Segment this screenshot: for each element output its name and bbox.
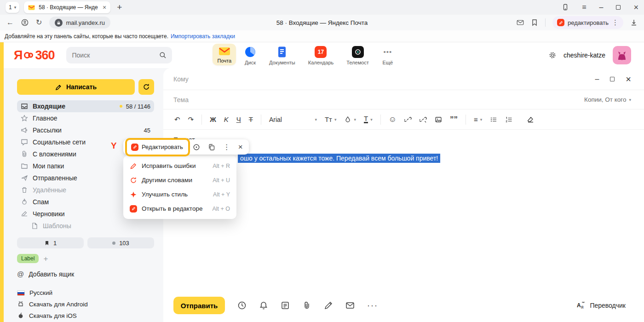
compose-close-icon[interactable]: × — [626, 75, 631, 84]
more-options-icon[interactable]: ··· — [367, 301, 378, 310]
window-maximize-icon[interactable] — [616, 5, 621, 10]
signature-pen-icon[interactable] — [324, 301, 333, 310]
subject-field[interactable]: Тема Копии, От кого ▾ — [163, 90, 644, 109]
font-size-select[interactable]: Tт ▾ — [325, 116, 337, 123]
compose-button[interactable]: Написать — [17, 79, 135, 95]
unread-filter[interactable]: 103 — [87, 237, 154, 248]
search-input[interactable] — [72, 52, 159, 59]
ios-download-link[interactable]: Скачать для iOS — [17, 312, 154, 319]
tab-group-counter[interactable]: 1 ▾ — [6, 2, 19, 13]
bookmark-icon[interactable] — [531, 19, 538, 26]
folder-inbox[interactable]: Входящие 58 / 1146 — [17, 100, 154, 112]
edit-button[interactable]: Редактировать — [129, 142, 185, 153]
menu-item-rephrase[interactable]: Другими словами Alt + U — [123, 173, 236, 187]
send-button[interactable]: Отправить — [173, 297, 225, 314]
to-placeholder: Кому — [173, 75, 189, 83]
folder-templates[interactable]: Шаблоны — [17, 220, 154, 232]
add-mailbox-button[interactable]: @ Добавить ящик — [17, 270, 154, 278]
bookmarked-filter[interactable]: 1 — [17, 237, 84, 248]
selected-text[interactable]: ошо у остальных кажется тоже. Передавай … — [238, 154, 440, 163]
download-icon[interactable] — [630, 19, 638, 26]
kebab-menu-icon[interactable]: ⋮ — [223, 143, 230, 151]
font-family-select[interactable]: Arial ▾ — [269, 116, 317, 123]
image-icon[interactable] — [435, 116, 442, 123]
russian-flag-icon — [17, 290, 25, 296]
bold-button[interactable]: Ж — [210, 116, 216, 123]
address-bar: ← ↻ mail.yandex.ru 58 · Входящие — Яндек… — [0, 15, 644, 30]
refresh-button[interactable] — [138, 79, 154, 95]
reminder-bell-icon[interactable] — [259, 301, 268, 310]
paper-plane-icon — [21, 174, 28, 182]
bullet-list-icon[interactable] — [490, 116, 497, 123]
record-circle-icon[interactable] — [193, 144, 200, 151]
to-field[interactable]: Кому – × — [163, 68, 644, 90]
import-bookmarks-link[interactable]: Импортировать закладки — [171, 33, 235, 40]
quote-icon[interactable]: ”” — [450, 115, 458, 123]
app-telemost[interactable]: Телемост — [342, 44, 374, 67]
window-close-icon[interactable]: × — [633, 3, 638, 12]
menu-item-improve-style[interactable]: Улучшить стиль Alt + Y — [123, 187, 236, 201]
undo-icon[interactable]: ↶ — [174, 116, 180, 123]
link-icon[interactable] — [404, 116, 412, 123]
attach-file-icon[interactable] — [302, 301, 311, 310]
highlight-color-select[interactable]: ▾ — [344, 116, 356, 123]
folder-main[interactable]: Главное — [17, 112, 154, 124]
eraser-icon[interactable] — [527, 116, 534, 123]
kebab-menu-icon[interactable]: ⋮ — [612, 18, 619, 27]
compose-minimize-icon[interactable]: – — [595, 75, 599, 83]
mail-icon[interactable] — [517, 19, 524, 26]
search-box[interactable] — [66, 47, 172, 63]
yandex-floating-letter[interactable]: Y — [111, 141, 117, 151]
underline-button[interactable]: Ч — [236, 116, 241, 123]
app-docs[interactable]: Документы — [264, 44, 300, 67]
browser-menu-icon[interactable]: ≡ — [582, 4, 586, 11]
devices-icon[interactable] — [562, 4, 569, 11]
mail-app-icon — [218, 46, 230, 56]
text-color-select[interactable]: T ▾ — [364, 115, 373, 123]
profile-icon[interactable] — [21, 19, 29, 26]
popup-close-icon[interactable]: × — [238, 143, 243, 151]
url-field[interactable]: mail.yandex.ru — [49, 17, 110, 29]
unlink-icon[interactable] — [420, 116, 427, 123]
menu-item-open-editor[interactable]: Открыть в редакторе Alt + O — [123, 201, 236, 216]
translator-button[interactable]: Aя Переводчик — [576, 301, 626, 310]
labels-row: Label + — [17, 254, 154, 263]
new-tab-button[interactable]: + — [115, 2, 124, 12]
android-download-link[interactable]: Скачать для Android — [17, 300, 154, 308]
back-icon[interactable]: ← — [6, 19, 14, 26]
reload-icon[interactable]: ↻ — [36, 19, 42, 26]
app-disk[interactable]: Диск — [240, 44, 261, 67]
app-calendar[interactable]: 17 Календарь — [304, 44, 339, 67]
window-minimize-icon[interactable]: – — [599, 4, 604, 11]
menu-item-fix-errors[interactable]: Исправить ошибки Alt + R — [123, 159, 236, 173]
at-icon: @ — [17, 270, 24, 278]
strikethrough-button[interactable]: T — [249, 116, 253, 123]
tab-count: 1 — [9, 4, 12, 11]
add-label-icon[interactable]: + — [43, 255, 48, 263]
envelope-icon[interactable] — [345, 301, 355, 310]
compose-footer: Отправить ··· Aя Переводчик — [163, 289, 644, 322]
yandex-360-logo[interactable]: Я 360 — [14, 48, 54, 63]
editor-extension-button[interactable]: редактировать ⋮ — [552, 16, 623, 29]
chevron-down-icon: ▾ — [354, 117, 356, 122]
cc-from-toggle[interactable]: Копии, От кого ▾ — [584, 96, 631, 103]
compose-expand-icon[interactable] — [610, 77, 615, 81]
copy-icon[interactable] — [208, 144, 215, 151]
app-mail[interactable]: Почта — [213, 44, 236, 65]
browser-tab[interactable]: 58 · Входящие — Янде × — [24, 1, 110, 13]
emoji-icon[interactable]: ☺ — [389, 115, 397, 123]
folder-newsletters[interactable]: Рассылки 45 — [17, 124, 154, 136]
app-more[interactable]: ••• Ещё — [377, 44, 398, 67]
gear-icon[interactable] — [549, 52, 556, 59]
avatar[interactable] — [613, 46, 631, 64]
tab-close-icon[interactable]: × — [103, 4, 106, 11]
numbered-list-icon[interactable] — [505, 116, 512, 123]
align-select[interactable]: ≡ ▾ — [474, 116, 482, 123]
language-link[interactable]: Русский — [17, 289, 154, 296]
label-tag[interactable]: Label — [17, 254, 39, 263]
username[interactable]: cheshire-katze — [564, 52, 605, 59]
template-note-icon[interactable] — [281, 301, 290, 310]
italic-button[interactable]: K — [224, 116, 229, 123]
schedule-send-icon[interactable] — [237, 301, 247, 310]
redo-icon[interactable]: ↷ — [188, 116, 194, 123]
